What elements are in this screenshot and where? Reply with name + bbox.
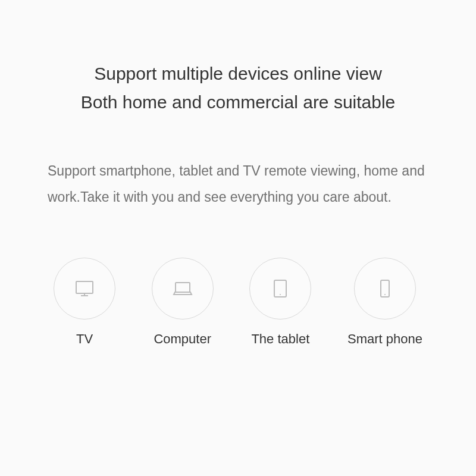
svg-point-7 xyxy=(384,294,386,295)
tv-icon xyxy=(73,277,96,300)
device-row: TV Computer The tablet Smart phone xyxy=(42,258,434,347)
svg-rect-3 xyxy=(176,283,190,292)
device-label: The tablet xyxy=(251,331,309,347)
heading-line-2: Both home and commercial are suitable xyxy=(42,88,434,117)
device-item-computer: Computer xyxy=(152,258,214,347)
device-circle xyxy=(152,258,214,320)
laptop-icon xyxy=(171,277,195,300)
svg-rect-0 xyxy=(76,281,93,293)
smartphone-icon xyxy=(373,277,397,300)
device-circle xyxy=(54,258,115,320)
device-label: Computer xyxy=(154,331,211,347)
device-item-tv: TV xyxy=(54,258,115,347)
svg-point-5 xyxy=(280,294,281,295)
description-text: Support smartphone, tablet and TV remote… xyxy=(42,158,434,210)
device-circle xyxy=(249,258,311,320)
device-item-smartphone: Smart phone xyxy=(347,258,422,347)
device-circle xyxy=(354,258,416,320)
heading-line-1: Support multiple devices online view xyxy=(42,60,434,88)
headings-block: Support multiple devices online view Bot… xyxy=(42,60,434,117)
device-label: Smart phone xyxy=(347,331,422,347)
device-item-tablet: The tablet xyxy=(249,258,311,347)
tablet-icon xyxy=(268,277,292,300)
device-label: TV xyxy=(76,331,93,347)
